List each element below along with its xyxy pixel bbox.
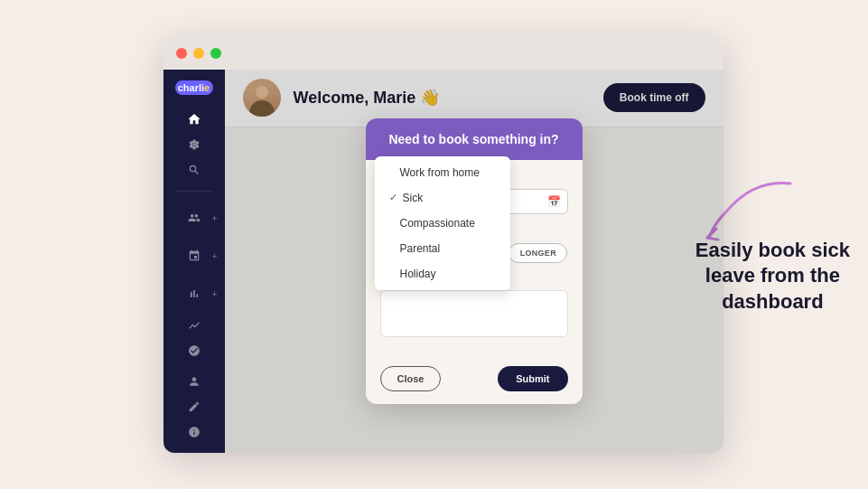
sidebar-row-people: + — [163, 202, 225, 234]
browser-chrome — [163, 37, 723, 70]
logo-dot: e — [204, 82, 210, 93]
dropdown-item-compassionate[interactable]: Compassionate — [375, 211, 510, 236]
sidebar-item-home[interactable] — [178, 109, 210, 129]
dropdown-item-work-from-home[interactable]: Work from home — [375, 160, 510, 185]
sidebar-item-settings[interactable] — [178, 135, 210, 155]
dropdown-item-label: Compassionate — [400, 217, 475, 230]
sidebar-item-search[interactable] — [178, 160, 210, 180]
calendar-plus-icon[interactable]: + — [212, 251, 218, 261]
maximize-traffic-light[interactable] — [210, 48, 221, 59]
dropdown-item-label: Parental — [400, 242, 441, 255]
modal-overlay: Need to book something in? Work from hom… — [225, 70, 723, 453]
dropdown-item-sick[interactable]: Sick — [375, 185, 510, 211]
sidebar-divider-1 — [176, 191, 212, 192]
svg-point-0 — [192, 143, 196, 146]
submit-button[interactable]: Submit — [498, 366, 567, 391]
app-area: charlie + — [163, 70, 723, 453]
browser-window: charlie + — [163, 37, 723, 453]
type-dropdown[interactable]: Work from home Sick Compassionate Parent… — [375, 156, 510, 290]
modal-footer: Close Submit — [366, 366, 583, 404]
sidebar-row-chart: + — [163, 277, 225, 310]
dropdown-item-label: Work from home — [400, 166, 480, 179]
sidebar-item-info[interactable] — [178, 422, 210, 442]
chart-plus-icon[interactable]: + — [212, 289, 218, 299]
dropdown-item-label: Holiday — [400, 268, 436, 280]
close-traffic-light[interactable] — [176, 48, 187, 59]
sidebar-item-calendar[interactable] — [178, 240, 210, 272]
sidebar: charlie + — [163, 70, 225, 453]
booking-modal: Need to book something in? Work from hom… — [366, 118, 583, 404]
sidebar-item-report[interactable] — [178, 315, 210, 335]
sidebar-item-gear[interactable] — [178, 341, 210, 361]
outer-container: charlie + — [0, 0, 868, 489]
sidebar-item-chart[interactable] — [178, 277, 210, 310]
people-plus-icon[interactable]: + — [212, 213, 218, 223]
modal-header: Need to book something in? — [366, 118, 583, 160]
sidebar-item-edit[interactable] — [178, 397, 210, 417]
modal-body: Work from home Sick Compassionate Parent… — [366, 160, 583, 366]
note-textarea[interactable] — [380, 290, 568, 337]
longer-btn[interactable]: LONGER — [509, 243, 567, 263]
close-button[interactable]: Close — [380, 366, 442, 391]
calendar-icon: 📅 — [547, 195, 561, 208]
modal-title: Need to book something in? — [388, 132, 558, 146]
dropdown-item-label: Sick — [403, 192, 424, 204]
minimize-traffic-light[interactable] — [193, 48, 204, 59]
main-content: Welcome, Marie 👋 Book time off Need to b… — [225, 70, 723, 453]
sidebar-item-people[interactable] — [178, 202, 210, 234]
dropdown-item-parental[interactable]: Parental — [375, 236, 510, 261]
sidebar-row-calendar: + — [163, 240, 225, 272]
sidebar-logo[interactable]: charlie — [175, 80, 213, 96]
dropdown-item-holiday[interactable]: Holiday — [375, 261, 510, 287]
sidebar-item-profile[interactable] — [178, 371, 210, 391]
